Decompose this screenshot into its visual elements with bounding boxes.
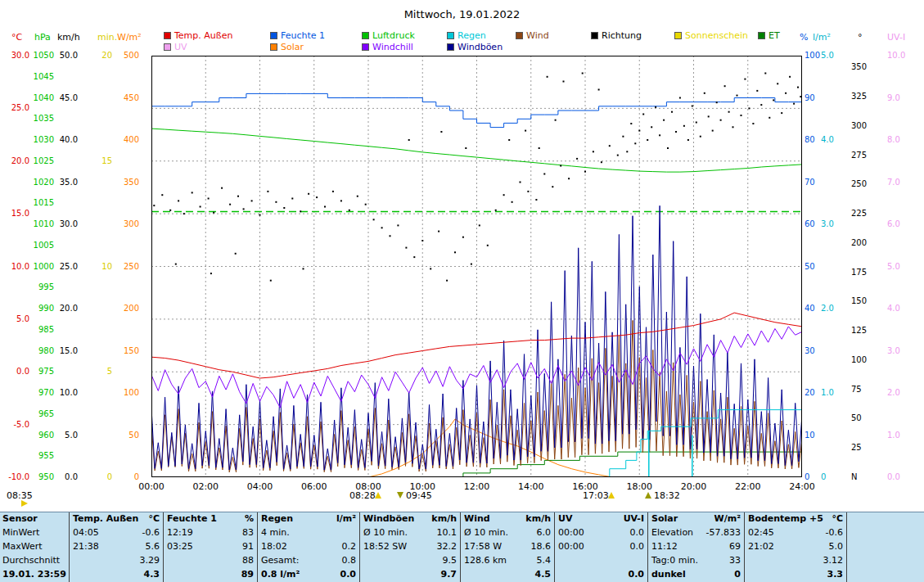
legend-label: ET	[768, 30, 780, 41]
axis-tick-solar: 250	[106, 263, 139, 271]
cell-left-text: Feuchte 1	[167, 512, 217, 526]
axis-tick-direction: 25	[851, 444, 876, 452]
cell-left-text: 03:25	[167, 540, 193, 554]
series-Richtung	[720, 120, 722, 121]
series-Richtung	[638, 130, 640, 132]
cell-left-text: UV	[558, 512, 572, 526]
cell-value: 88	[242, 554, 254, 568]
axis-tick-wind_kmh: 5.0	[45, 431, 78, 440]
axis-tick-uv: 8.0	[887, 136, 917, 144]
legend-swatch-icon	[270, 32, 277, 39]
axis-tick-temp: 5.0	[2, 315, 29, 323]
table-cell-Windböen: Ø 10 min.10.1	[360, 526, 461, 540]
up-triangle-icon	[375, 492, 381, 499]
table-row: MinWert04:05-0.612:19834 min.Ø 10 min.10…	[0, 526, 924, 540]
page-title: Mittwoch, 19.01.2022	[0, 8, 924, 20]
series-Richtung	[764, 73, 766, 74]
cell-left-text: 00:00	[558, 526, 584, 540]
cell-value: -0.6	[142, 526, 160, 540]
axis-tick-rain: 5.0	[821, 52, 845, 60]
stats-table: SensorTemp. Außen°CFeuchte 1%Regenl/m²Wi…	[0, 512, 924, 582]
axis-tick-direction: 350	[851, 63, 876, 71]
series-Richtung	[357, 196, 358, 197]
series-Richtung	[768, 117, 770, 119]
series-Richtung	[793, 103, 795, 105]
cell-value: %	[245, 512, 254, 526]
cell-value: 6.0	[537, 526, 552, 540]
legend-swatch-icon	[758, 32, 765, 39]
axis-tick-uv: 3.0	[887, 347, 917, 355]
cell-value: UV-I	[624, 512, 644, 526]
table-cell-Regen: 0.8 l/m²0.0	[258, 568, 360, 582]
table-cell-Solar: Elevation-57.833	[648, 526, 745, 540]
series-Richtung	[303, 268, 304, 269]
table-cell-Regen: Regenl/m²	[258, 512, 360, 526]
cell-value: 3.3	[827, 568, 844, 582]
series-Richtung	[630, 123, 632, 124]
cell-left-text: 0.8 l/m²	[261, 568, 300, 582]
axis-tick-pressure: 1025	[21, 157, 54, 165]
cell-value: 5.4	[537, 554, 552, 568]
legend-item: Windchill	[362, 43, 413, 52]
axis-tick-wind_kmh: 50.0	[45, 52, 78, 60]
cell-value: 10.1	[437, 526, 457, 540]
series-Richtung	[741, 115, 742, 116]
series-Richtung	[626, 151, 628, 152]
series-Richtung	[535, 199, 537, 201]
axis-tick-direction: 125	[851, 327, 876, 335]
axis-tick-solar: 0	[106, 473, 139, 481]
x-axis-tick-label: 00:00	[133, 481, 169, 492]
axis-tick-rain: 4.0	[821, 136, 845, 144]
table-cell-Bodentemp +5: 3.12	[745, 554, 847, 568]
series-Richtung	[169, 210, 171, 211]
series-Richtung	[462, 237, 464, 238]
table-cell-Temp. Außen: 04:05-0.6	[70, 526, 164, 540]
series-Richtung	[760, 104, 762, 106]
axis-tick-humidity: 10	[805, 431, 829, 440]
sun-marker-time: 08:35	[7, 490, 33, 501]
cell-value: 0.0	[340, 568, 357, 582]
series-Richtung	[724, 85, 726, 87]
series-Richtung	[659, 134, 660, 136]
series-Richtung	[192, 192, 193, 193]
cell-left-text: 04:05	[73, 526, 99, 540]
series-Richtung	[324, 206, 326, 208]
axis-tick-wind_kmh: 45.0	[45, 94, 78, 102]
table-row: 19.01. 23:594.3890.8 l/m²0.09.74.50.0dun…	[0, 568, 924, 582]
cell-value: 4.5	[535, 568, 552, 582]
axis-tick-temp: 15.0	[2, 210, 29, 218]
cell-left-text: Regen	[261, 512, 293, 526]
series-Richtung	[479, 224, 480, 226]
axis-tick-wind_kmh: 35.0	[45, 178, 78, 187]
series-Richtung	[655, 106, 656, 108]
axis-unit-rain: l/m²	[813, 33, 831, 43]
table-cell-Solar: dunkel0	[648, 568, 745, 582]
series-Richtung	[712, 130, 714, 132]
table-cell-Temp. Außen: Temp. Außen°C	[70, 512, 164, 526]
series-Richtung	[568, 178, 570, 179]
legend-label: Richtung	[602, 30, 642, 41]
legend-swatch-icon	[362, 43, 369, 51]
table-cell-Feuchte 1: 12:1983	[164, 526, 258, 540]
table-cell-UV: 00:000.0	[555, 540, 648, 554]
legend-label: Sonnenschein	[685, 30, 748, 41]
series-Richtung	[601, 161, 602, 163]
series-Richtung	[704, 92, 705, 94]
table-cell-Windböen: 9.7	[360, 568, 461, 582]
axis-tick-uv: 6.0	[887, 220, 917, 228]
series-Richtung	[210, 273, 212, 274]
axis-tick-direction: 325	[851, 92, 876, 101]
axis-tick-uv: 0.0	[887, 473, 917, 481]
table-cell-Bodentemp +5: 02:45-0.6	[745, 526, 847, 540]
series-Richtung	[397, 224, 399, 226]
series-Richtung	[785, 92, 787, 94]
cell-value: 0.8	[342, 554, 357, 568]
series-Richtung	[178, 200, 179, 201]
series-Richtung	[716, 102, 718, 103]
cell-left-text: 02:45	[748, 526, 774, 540]
series-Richtung	[487, 245, 489, 246]
cell-value: km/h	[525, 512, 551, 526]
axis-tick-direction: 175	[851, 268, 876, 277]
table-cell-Bodentemp +5: 21:025.0	[745, 540, 847, 554]
axis-tick-pressure: 1045	[21, 73, 54, 81]
